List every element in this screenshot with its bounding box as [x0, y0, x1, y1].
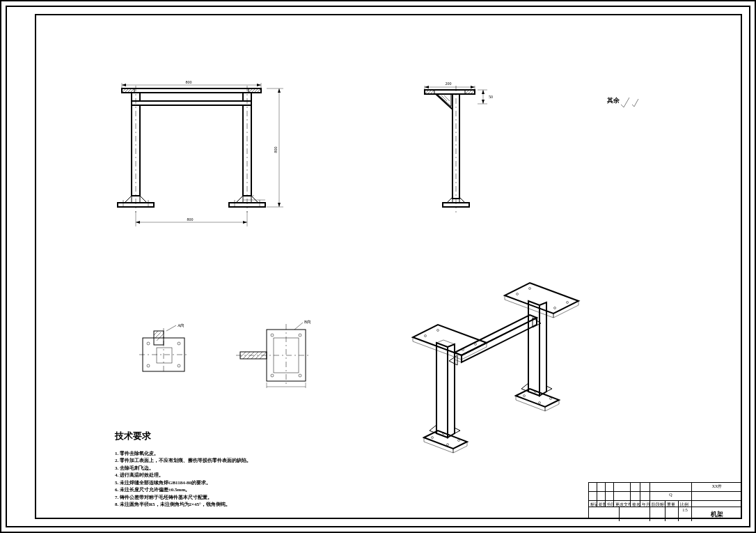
svg-marker-33: [122, 84, 126, 86]
technical-requirements: 技术要求 1. 零件去除氧化皮。 2. 零件加工表面上，不应有划痕、擦伤等损伤零…: [115, 430, 393, 509]
finish-label: 其余: [607, 97, 620, 104]
svg-point-127: [475, 343, 477, 346]
svg-line-104: [294, 323, 303, 330]
note-item: 7. 铸件公差带对称于毛坯铸件基本尺寸配置。: [115, 495, 393, 501]
svg-marker-39: [243, 221, 247, 224]
svg-point-81: [147, 364, 150, 367]
svg-point-133: [539, 402, 541, 404]
svg-marker-115: [436, 343, 448, 438]
svg-point-125: [437, 330, 439, 332]
svg-marker-108: [424, 431, 467, 449]
notes-list: 1. 零件去除氧化皮。 2. 零件加工表面上，不应有划痕、擦伤等损伤零件表面的缺…: [115, 451, 393, 509]
svg-marker-69: [425, 86, 429, 88]
tb-drawing-name: 机架: [692, 507, 742, 521]
svg-marker-138: [546, 386, 552, 392]
svg-rect-11: [132, 101, 251, 105]
svg-marker-22: [236, 196, 243, 203]
note-item: 8. 未注圆角半径R5，未注倒角均为2×45°，锐角倒钝。: [115, 502, 393, 508]
svg-line-85: [154, 331, 158, 335]
note-item: 3. 去除毛刺飞边。: [115, 465, 393, 472]
svg-marker-70: [471, 86, 475, 88]
detail-label-a: A向: [178, 323, 184, 327]
svg-point-114: [458, 440, 460, 442]
svg-marker-63: [447, 197, 452, 203]
svg-point-93: [271, 374, 274, 377]
svg-line-118: [443, 340, 455, 344]
svg-marker-20: [125, 196, 132, 203]
note-item: 1. 零件去除氧化皮。: [115, 451, 393, 457]
front-view: 800 800 800: [101, 80, 310, 240]
note-item: 4. 进行高温时效处理。: [115, 472, 393, 479]
svg-marker-38: [136, 221, 140, 224]
svg-point-134: [550, 398, 552, 400]
tb-scale: 1:5: [679, 507, 692, 521]
svg-rect-78: [157, 348, 172, 363]
dim-base-width: 800: [187, 217, 194, 222]
dim-height: 800: [274, 147, 278, 153]
note-item: 5. 未注焊缝全部连续角焊GB1184-80的要求。: [115, 480, 393, 486]
svg-marker-56: [436, 94, 452, 109]
surface-finish-note: 其余: [607, 96, 620, 105]
svg-point-143: [529, 288, 531, 290]
svg-point-82: [178, 364, 180, 367]
svg-marker-74: [482, 90, 485, 94]
svg-marker-147: [462, 318, 537, 362]
tb-partcount: XX件: [692, 483, 742, 491]
svg-point-92: [299, 334, 301, 337]
svg-line-86: [155, 332, 161, 338]
svg-point-144: [554, 307, 556, 309]
drawing-sheet: 800 800 800: [0, 0, 756, 533]
svg-point-131: [523, 395, 526, 397]
svg-point-142: [517, 293, 519, 295]
detail-base-plan: A向: [136, 324, 198, 387]
svg-marker-136: [540, 302, 546, 396]
dim-offset: 50: [489, 95, 493, 99]
title-block: XX件 Q 标记 处数 分区 更改文件号 签名 年月日 阶段标记 重量 比例: [588, 482, 742, 519]
svg-marker-34: [257, 84, 261, 86]
dim-top-width: 800: [186, 80, 192, 84]
detail-top-plate-plan: B向: [233, 317, 317, 394]
svg-point-111: [432, 437, 434, 439]
notes-title: 技术要求: [115, 430, 393, 442]
isometric-view: [393, 279, 595, 467]
dim-top-plate: 200: [446, 82, 452, 86]
svg-point-91: [271, 334, 274, 337]
tb-material: Q: [650, 492, 692, 500]
svg-marker-121: [413, 325, 487, 355]
svg-marker-23: [251, 196, 258, 203]
svg-marker-120: [455, 428, 460, 433]
svg-point-124: [425, 335, 427, 337]
side-view: 200 50: [411, 80, 508, 240]
svg-line-60: [444, 95, 450, 101]
svg-marker-21: [140, 196, 147, 203]
svg-rect-0: [122, 88, 261, 93]
svg-point-79: [147, 342, 150, 345]
svg-marker-128: [516, 389, 559, 407]
svg-marker-64: [459, 197, 465, 203]
note-item: 2. 零件加工表面上，不应有划痕、擦伤等损伤零件表面的缺陷。: [115, 458, 393, 464]
svg-line-117: [436, 340, 443, 343]
svg-marker-139: [505, 283, 578, 314]
svg-point-145: [567, 302, 569, 304]
svg-marker-43: [278, 88, 281, 93]
svg-point-94: [299, 374, 301, 377]
detail-label-b: B向: [304, 320, 311, 324]
note-item: 6. 未注长度尺寸允许偏差±0.5mm。: [115, 487, 393, 493]
svg-line-87: [157, 334, 164, 341]
svg-marker-75: [482, 100, 485, 104]
svg-marker-44: [278, 203, 281, 207]
svg-point-113: [447, 444, 449, 446]
svg-line-88: [166, 325, 176, 331]
svg-point-80: [178, 342, 180, 345]
svg-line-96: [240, 352, 246, 357]
